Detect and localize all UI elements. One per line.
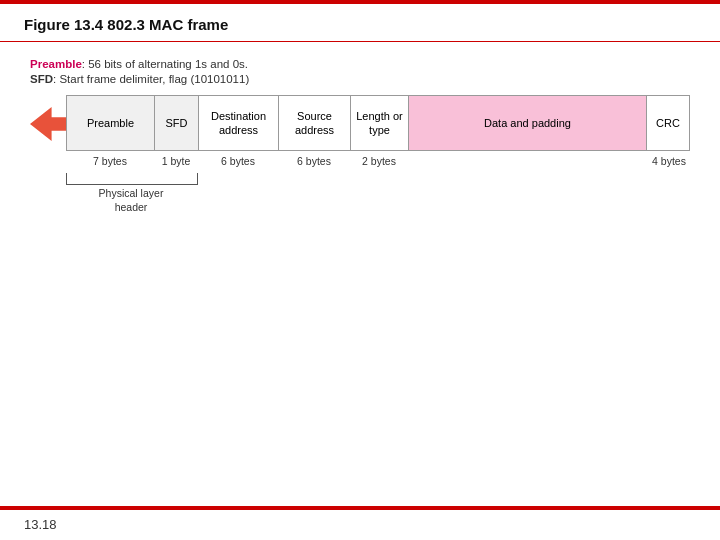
bracket-label: Physical layerheader [76,187,186,214]
content-area: Preamble: 56 bits of alternating 1s and … [0,42,720,225]
bytes-dest: 6 bytes [198,155,278,167]
frame-row: Preamble SFD Destination address Source … [66,95,690,151]
bytes-data [408,155,648,167]
cell-length: Length or type [351,96,409,150]
bytes-sfd: 1 byte [154,155,198,167]
cell-source: Source address [279,96,351,150]
cell-crc: CRC [647,96,689,150]
bottom-border [0,506,720,510]
frame-diagram: Preamble SFD Destination address Source … [66,95,690,209]
preamble-legend-label: Preamble [30,58,82,70]
bytes-preamble: 7 bytes [66,155,154,167]
preamble-legend-desc: : 56 bits of alternating 1s and 0s. [82,58,248,70]
figure-label: Figure 13.4 [24,16,103,33]
arrow-shape [30,107,66,141]
cell-data: Data and padding [409,96,647,150]
sfd-legend-label: SFD [30,73,53,85]
cell-sfd: SFD [155,96,199,150]
bytes-length: 2 bytes [350,155,408,167]
figure-title: 802.3 MAC frame [103,16,228,33]
sfd-legend: SFD: Start frame delimiter, flag (101010… [30,73,690,85]
byte-labels: 7 bytes 1 byte 6 bytes 6 bytes 2 bytes 4… [66,155,690,167]
bytes-crc: 4 bytes [648,155,690,167]
cell-preamble: Preamble [67,96,155,150]
bracket-line [66,173,198,185]
page-number: 13.18 [24,517,57,532]
header-section: Figure 13.4 802.3 MAC frame [0,4,720,42]
cell-destination: Destination address [199,96,279,150]
bytes-src: 6 bytes [278,155,350,167]
sfd-legend-desc: : Start frame delimiter, flag (10101011) [53,73,249,85]
bracket-area: Physical layerheader [66,173,690,209]
preamble-legend: Preamble: 56 bits of alternating 1s and … [30,58,690,70]
